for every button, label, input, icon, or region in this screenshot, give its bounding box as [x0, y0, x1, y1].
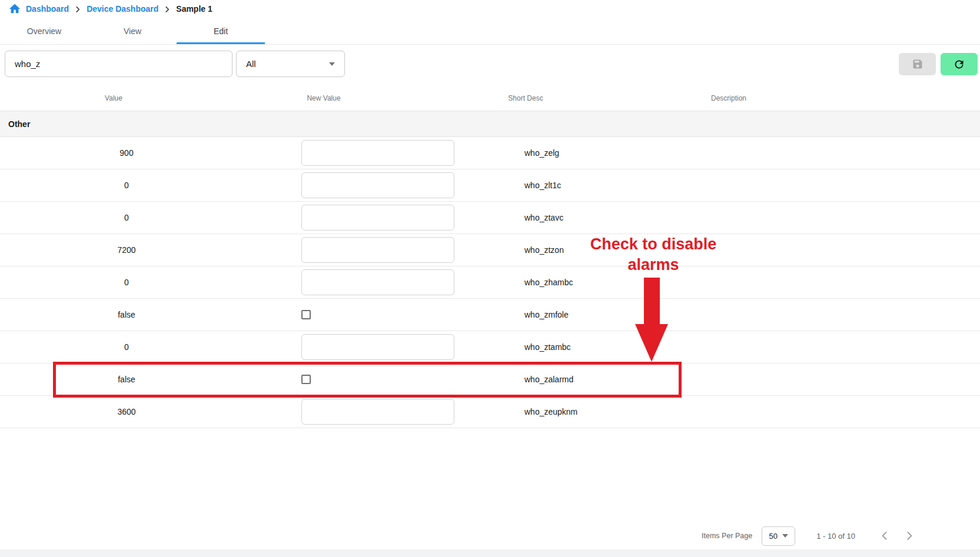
- next-page-button[interactable]: [903, 530, 915, 542]
- save-icon: [912, 58, 923, 70]
- page-size-select[interactable]: 50: [762, 526, 795, 546]
- breadcrumb-current-sample: Sample 1: [176, 4, 212, 14]
- annotation-arrow-head-icon: [635, 324, 668, 362]
- tab-overview[interactable]: Overview: [0, 18, 88, 44]
- breadcrumb-link-device-dashboard[interactable]: Device Dashboard: [87, 4, 158, 14]
- value-cell: 0: [0, 278, 253, 287]
- short-desc-cell: who_zalarmd: [524, 375, 573, 384]
- tab-view-label: View: [124, 26, 141, 36]
- table-row: 0 who_zhambc: [0, 266, 980, 299]
- category-select-value: All: [246, 59, 329, 69]
- short-desc-cell: who_zmfole: [524, 310, 569, 319]
- short-desc-cell: who_ztzon: [524, 245, 564, 255]
- table-row-highlighted: false who_zalarmd: [0, 363, 980, 396]
- new-value-checkbox[interactable]: [301, 375, 311, 384]
- chevron-down-icon: [329, 62, 335, 66]
- new-value-input[interactable]: [301, 172, 454, 198]
- chevron-right-icon: [163, 5, 171, 14]
- column-header-new-value: New Value: [307, 94, 340, 102]
- device-dashboard-page: Dashboard Device Dashboard Sample 1 Over…: [0, 0, 980, 557]
- value-cell: 900: [0, 148, 253, 158]
- value-cell: 0: [0, 342, 253, 352]
- items-per-page-label: Items Per Page: [702, 532, 752, 540]
- new-value-input[interactable]: [301, 399, 454, 425]
- new-value-checkbox[interactable]: [301, 310, 311, 319]
- value-cell: 3600: [0, 407, 253, 416]
- filter-search-input[interactable]: [5, 51, 232, 77]
- annotation-line1: Check to disable: [590, 234, 717, 255]
- new-value-input[interactable]: [301, 237, 454, 263]
- group-row-other: Other: [0, 111, 980, 137]
- group-label: Other: [8, 119, 30, 129]
- value-cell: 0: [0, 181, 253, 190]
- home-icon[interactable]: [8, 2, 21, 15]
- save-button[interactable]: [899, 53, 936, 75]
- value-cell: false: [0, 375, 253, 384]
- value-cell: false: [0, 310, 253, 319]
- table-row: 3600 who_zeupknm: [0, 396, 980, 428]
- short-desc-cell: who_ztavc: [524, 213, 563, 222]
- annotation-line2: alarms: [590, 255, 717, 275]
- tab-edit[interactable]: Edit: [177, 18, 265, 44]
- value-cell: 7200: [0, 245, 253, 255]
- tab-view[interactable]: View: [88, 18, 177, 44]
- refresh-icon: [953, 58, 965, 71]
- value-cell: 0: [0, 213, 253, 222]
- table-header-row: Value New Value Short Desc Description: [0, 85, 980, 111]
- table-row: 0 who_zlt1c: [0, 169, 980, 202]
- tab-edit-label: Edit: [214, 26, 228, 36]
- table-row: 900 who_zelg: [0, 137, 980, 169]
- table-body: 900 who_zelg 0 who_zlt1c 0 who_ztavc 720…: [0, 137, 980, 428]
- pagination: Items Per Page 50 1 - 10 of 10: [702, 523, 915, 549]
- breadcrumb: Dashboard Device Dashboard Sample 1: [0, 0, 980, 18]
- breadcrumb-link-dashboard[interactable]: Dashboard: [26, 4, 69, 14]
- pagination-range: 1 - 10 of 10: [816, 532, 855, 541]
- category-select[interactable]: All: [236, 51, 345, 77]
- short-desc-cell: who_ztambc: [524, 342, 571, 352]
- table-row: 7200 who_ztzon: [0, 234, 980, 266]
- new-value-input[interactable]: [301, 205, 454, 231]
- annotation-arrow-shaft: [644, 278, 660, 324]
- page-size-value: 50: [769, 532, 777, 541]
- column-header-value: Value: [105, 94, 122, 102]
- column-header-short-desc: Short Desc: [508, 94, 543, 102]
- table-row: false who_zmfole: [0, 299, 980, 331]
- column-header-description: Description: [711, 94, 746, 102]
- horizontal-scrollbar[interactable]: [0, 549, 980, 557]
- refresh-button[interactable]: [941, 53, 978, 75]
- chevron-down-icon: [782, 534, 788, 538]
- short-desc-cell: who_zlt1c: [524, 181, 561, 190]
- previous-page-button[interactable]: [879, 530, 891, 542]
- tab-overview-label: Overview: [27, 26, 61, 36]
- filter-bar: All: [0, 45, 980, 85]
- active-tab-indicator: [177, 42, 265, 44]
- short-desc-cell: who_zhambc: [524, 278, 573, 287]
- short-desc-cell: who_zeupknm: [524, 407, 577, 416]
- new-value-input[interactable]: [301, 334, 454, 360]
- tab-bar: Overview View Edit: [0, 18, 980, 45]
- chevron-right-icon: [74, 5, 82, 14]
- new-value-input[interactable]: [301, 140, 454, 166]
- short-desc-cell: who_zelg: [524, 148, 559, 158]
- table-row: 0 who_ztavc: [0, 202, 980, 234]
- new-value-input[interactable]: [301, 269, 454, 295]
- table-row: 0 who_ztambc: [0, 331, 980, 363]
- annotation-text: Check to disable alarms: [590, 234, 717, 275]
